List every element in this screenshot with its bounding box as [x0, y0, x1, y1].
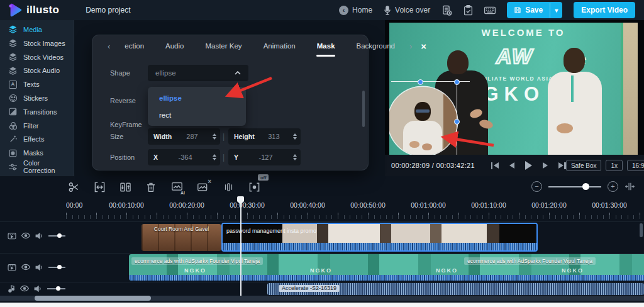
speaker-mute-icon[interactable] — [35, 232, 43, 240]
layers-icon — [8, 25, 18, 34]
safe-box-button[interactable]: Safe Box — [566, 160, 602, 171]
cut-scissors-icon[interactable] — [67, 180, 80, 194]
voice-over-button[interactable]: Voice over — [384, 6, 430, 15]
tabs-scroll-right-icon[interactable]: › — [406, 42, 416, 51]
zoom-slider[interactable] — [548, 186, 601, 187]
zoom-out-icon[interactable]: − — [531, 181, 542, 192]
app-logo[interactable]: illusto — [0, 3, 59, 18]
tab-background[interactable]: Background — [346, 42, 406, 50]
save-dropdown-caret[interactable]: ▾ — [550, 3, 562, 18]
clip-ecommerce-ads[interactable]: ecommerce ads with AdSparkx Founder Vipu… — [129, 254, 644, 281]
sidebar-item-stickers[interactable]: Stickers — [0, 92, 74, 104]
zoom-slider-knob[interactable] — [582, 183, 589, 190]
keyboard-shortcuts-icon[interactable] — [484, 6, 496, 14]
ruler-minor-ticks[interactable] — [66, 215, 644, 219]
mask-handle-right[interactable] — [454, 119, 460, 125]
height-stepper[interactable] — [293, 133, 297, 140]
eye-visibility-icon[interactable] — [20, 285, 29, 292]
project-title[interactable]: Demo project — [86, 6, 130, 14]
zoom-in-icon[interactable]: + — [608, 181, 618, 192]
position-y-input[interactable]: Y -127 — [228, 149, 301, 165]
tab-mask[interactable]: Mask — [306, 42, 346, 50]
ruler-label: 00:00:30:00 — [230, 201, 264, 209]
position-x-input[interactable]: X -364 — [148, 149, 220, 165]
width-stepper[interactable] — [213, 133, 216, 140]
ellipse-mask-overlay[interactable] — [389, 87, 457, 155]
x-stepper[interactable] — [213, 154, 216, 160]
y-stepper[interactable] — [293, 154, 297, 160]
panel-scrollbar[interactable] — [362, 91, 365, 127]
tab-correction[interactable]: ection — [114, 42, 155, 50]
eye-visibility-icon[interactable] — [21, 264, 30, 271]
speaker-right-lanyard — [571, 75, 574, 102]
width-input[interactable]: Width 287 — [148, 128, 220, 145]
sidebar-item-stock-videos[interactable]: Stock Videos — [0, 51, 74, 64]
music-note-icon — [8, 284, 15, 293]
track-separator — [0, 221, 644, 222]
thumbnail-text: NGKO — [310, 267, 332, 274]
tab-master-key[interactable]: Master Key — [194, 42, 252, 50]
panel-close-icon[interactable]: × — [421, 41, 426, 52]
skip-to-start-button[interactable] — [491, 162, 499, 169]
mask-handle-top-right[interactable] — [454, 79, 460, 85]
project-history-icon[interactable] — [441, 5, 452, 16]
sidebar-item-color-correction[interactable]: Color Correction — [0, 160, 74, 173]
playback-speed-button[interactable]: 1x — [606, 160, 623, 171]
preview-eye-toggle-icon[interactable]: off — [247, 180, 261, 194]
speaker-mute-icon[interactable] — [34, 285, 42, 293]
aspect-ratio-button[interactable]: 16:9 — [627, 160, 644, 171]
playhead-line[interactable] — [240, 198, 242, 296]
clipboard-check-icon[interactable] — [464, 5, 473, 16]
clip-court-room-and-gavel[interactable]: Court Room And Gavel — [142, 224, 221, 251]
vertical-scrollbar-thumb[interactable] — [640, 223, 643, 237]
shape-select[interactable]: ellipse — [148, 65, 248, 81]
track1-volume-slider[interactable] — [48, 235, 65, 237]
clip-password-management-selected[interactable]: password management insta promo — [221, 223, 538, 252]
step-back-button[interactable] — [509, 162, 514, 169]
track2-volume-slider[interactable] — [48, 267, 65, 268]
image-remove-icon[interactable]: × — [196, 180, 209, 194]
split-clip-icon[interactable] — [118, 180, 132, 194]
sidebar-item-texts[interactable]: A Texts — [0, 78, 74, 91]
step-forward-button[interactable] — [543, 162, 548, 169]
expand-clip-icon[interactable] — [92, 180, 106, 194]
image-ai-icon[interactable]: AI — [170, 180, 184, 194]
sidebar-item-masks[interactable]: Masks — [0, 147, 74, 159]
top-bar: illusto Demo project ‹ Home Voice over — [0, 0, 644, 20]
sidebar-item-stock-audio[interactable]: Stock Audio — [0, 64, 74, 77]
mask-handle-top-left[interactable] — [418, 79, 423, 85]
tab-audio[interactable]: Audio — [155, 42, 194, 50]
fit-timeline-icon[interactable] — [625, 181, 635, 192]
dropdown-option-rect[interactable]: rect — [148, 106, 246, 123]
voice-over-label: Voice over — [395, 6, 430, 14]
chevron-up-icon — [235, 71, 241, 75]
play-button[interactable] — [525, 161, 532, 170]
track-columns-icon[interactable] — [221, 180, 235, 194]
sidebar-item-stock-images[interactable]: Stock Images — [0, 37, 74, 50]
sidebar-item-transitions[interactable]: Transitions — [0, 106, 74, 118]
horizontal-scrollbar-thumb[interactable] — [35, 296, 151, 301]
sidebar-item-media[interactable]: Media — [0, 23, 74, 36]
transition-icon — [8, 108, 18, 116]
save-button[interactable]: Save ▾ — [507, 2, 562, 18]
tab-animation[interactable]: Animation — [253, 42, 306, 50]
skip-to-end-button[interactable] — [558, 162, 566, 169]
speaker-right-head — [564, 48, 585, 73]
delete-trash-icon[interactable] — [144, 180, 158, 194]
dropdown-option-ellipse[interactable]: ellipse — [148, 89, 246, 106]
tabs-scroll-left-icon[interactable]: ‹ — [104, 42, 114, 51]
sidebar-item-filter[interactable]: Filter — [0, 120, 74, 132]
height-input[interactable]: Height 313 — [228, 128, 301, 145]
mask-bbox-line-right — [457, 81, 457, 155]
sidebar-label: Texts — [23, 81, 40, 88]
video-canvas[interactable]: WELCOME TO AW FFILIATE WORLD ASIA 20 NGK… — [389, 23, 638, 155]
eye-visibility-icon[interactable] — [21, 232, 30, 239]
shape-label: Shape — [110, 69, 130, 77]
sidebar-item-effects[interactable]: Effects — [0, 133, 74, 145]
speaker-mute-icon[interactable] — [35, 264, 43, 271]
export-video-button[interactable]: Export Video — [574, 2, 635, 18]
home-button[interactable]: ‹ Home — [339, 6, 372, 15]
clip-accelerate-audio[interactable]: Accelerate -S2-16319 — [267, 283, 644, 295]
track3-volume-slider[interactable] — [47, 288, 65, 289]
group-divider: | — [223, 132, 225, 141]
